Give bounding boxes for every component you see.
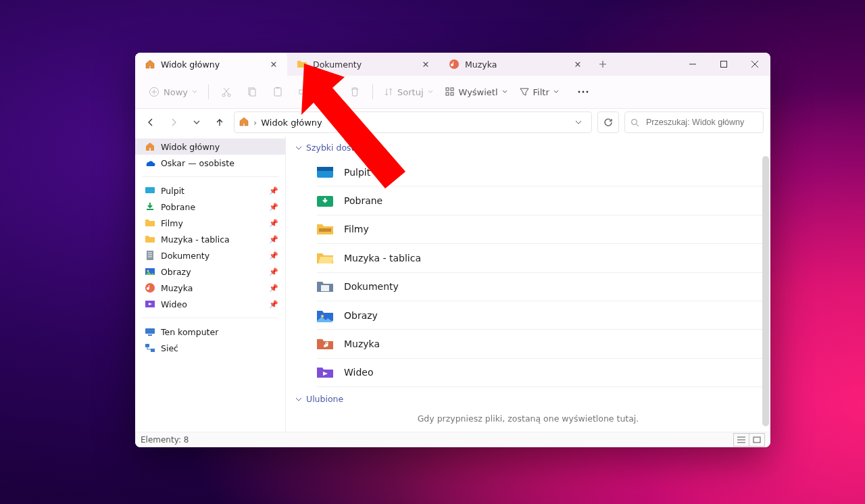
section-favorites[interactable]: Ulubione xyxy=(286,387,770,409)
address-dropdown-button[interactable] xyxy=(570,114,587,131)
pictures-icon xyxy=(317,309,333,322)
titlebar: Widok główny ✕ Dokumenty ✕ Muzyka ✕ xyxy=(135,53,770,76)
paste-button[interactable] xyxy=(266,82,290,101)
pin-icon: 📌 xyxy=(269,203,278,211)
sidebar-item-documents[interactable]: Dokumenty📌 xyxy=(135,247,285,263)
back-button[interactable] xyxy=(142,113,159,132)
svg-rect-6 xyxy=(250,89,255,96)
sidebar-item-onedrive[interactable]: Oskar — osobiste xyxy=(135,155,285,171)
list-item[interactable]: Pobrane xyxy=(317,186,770,215)
folder-icon xyxy=(145,218,155,228)
sidebar-item-muzyka-tablica[interactable]: Muzyka - tablica📌 xyxy=(135,231,285,247)
navigation-pane: Widok główny Oskar — osobiste Pulpit📌 Po… xyxy=(135,136,286,432)
svg-point-21 xyxy=(147,270,149,272)
svg-point-0 xyxy=(449,59,459,69)
more-button[interactable] xyxy=(571,86,595,97)
details-view-button[interactable] xyxy=(733,433,749,447)
view-button[interactable]: Wyświetl xyxy=(440,83,513,101)
cut-button[interactable] xyxy=(214,82,239,101)
list-item[interactable]: Obrazy xyxy=(317,301,770,330)
favorites-hint: Gdy przypniesz pliki, zostaną one wyświe… xyxy=(286,409,770,432)
tab-documents[interactable]: Dokumenty ✕ xyxy=(287,53,439,76)
list-item[interactable]: Muzyka xyxy=(317,330,770,358)
sidebar-item-music[interactable]: Muzyka📌 xyxy=(135,280,285,296)
close-icon[interactable]: ✕ xyxy=(268,58,280,70)
sidebar-item-label: Obrazy xyxy=(161,267,191,277)
maximize-button[interactable] xyxy=(708,53,739,76)
address-bar[interactable]: › Widok główny xyxy=(234,111,592,133)
toolbar: Nowy Sortuj Wyświetl Fil xyxy=(135,76,770,109)
share-button[interactable] xyxy=(317,82,341,101)
tab-label: Widok główny xyxy=(161,59,262,70)
svg-rect-10 xyxy=(446,88,449,91)
section-label: Szybki dostęp xyxy=(306,143,365,153)
sidebar-item-this-pc[interactable]: Ten komputer xyxy=(135,324,285,340)
pin-icon: 📌 xyxy=(269,300,278,309)
list-item[interactable]: Wideo xyxy=(317,359,770,387)
svg-rect-34 xyxy=(753,437,760,443)
sidebar-item-video[interactable]: Wideo📌 xyxy=(135,296,285,312)
video-icon xyxy=(145,299,155,309)
new-label: Nowy xyxy=(164,87,188,97)
rename-button[interactable] xyxy=(291,82,316,101)
document-icon xyxy=(145,250,155,261)
copy-button[interactable] xyxy=(240,82,264,101)
list-item[interactable]: Dokumenty xyxy=(317,273,770,301)
svg-rect-7 xyxy=(274,88,281,96)
folder-icon xyxy=(297,59,307,70)
tab-label: Muzyka xyxy=(465,59,566,70)
svg-rect-29 xyxy=(317,167,333,171)
list-item[interactable]: Filmy xyxy=(317,216,770,244)
scrollbar[interactable] xyxy=(762,156,769,426)
music-folder-icon xyxy=(317,337,333,351)
sidebar-item-desktop[interactable]: Pulpit📌 xyxy=(135,182,285,199)
item-label: Muzyka xyxy=(344,338,380,349)
search-box[interactable] xyxy=(624,111,764,133)
folder-icon xyxy=(145,234,155,245)
forward-button[interactable] xyxy=(165,113,182,132)
breadcrumb-home[interactable]: Widok główny xyxy=(261,118,322,128)
sidebar-item-pictures[interactable]: Obrazy📌 xyxy=(135,263,285,280)
downloads-icon xyxy=(317,194,333,207)
recent-locations-button[interactable] xyxy=(188,113,205,132)
sidebar-item-home[interactable]: Widok główny xyxy=(135,138,285,155)
section-quick-access[interactable]: Szybki dostęp xyxy=(286,136,770,158)
search-input[interactable] xyxy=(645,117,758,128)
close-icon[interactable]: ✕ xyxy=(572,58,584,70)
tab-music[interactable]: Muzyka ✕ xyxy=(439,53,591,76)
sidebar-item-label: Oskar — osobiste xyxy=(161,158,234,168)
sidebar-item-label: Muzyka xyxy=(161,283,193,293)
list-item[interactable]: Muzyka - tablica xyxy=(317,244,770,272)
svg-rect-13 xyxy=(451,93,453,95)
sort-button[interactable]: Sortuj xyxy=(378,83,439,101)
large-icons-view-button[interactable] xyxy=(749,433,765,447)
new-button[interactable]: Nowy xyxy=(143,82,203,101)
minimize-button[interactable] xyxy=(677,53,708,76)
pin-icon: 📌 xyxy=(269,219,278,228)
sidebar-item-network[interactable]: Sieć xyxy=(135,340,285,356)
up-button[interactable] xyxy=(211,113,228,132)
close-icon[interactable]: ✕ xyxy=(420,58,432,70)
svg-rect-32 xyxy=(321,285,329,291)
list-item[interactable]: Pulpit xyxy=(317,158,770,186)
filter-button[interactable]: Filtr xyxy=(514,83,564,101)
svg-rect-19 xyxy=(147,251,153,260)
close-window-button[interactable] xyxy=(739,53,770,76)
sidebar-item-downloads[interactable]: Pobrane📌 xyxy=(135,199,285,215)
item-label: Wideo xyxy=(344,367,374,378)
pin-icon: 📌 xyxy=(269,268,278,276)
chevron-down-icon xyxy=(428,89,433,95)
refresh-button[interactable] xyxy=(597,111,619,133)
sidebar-item-label: Ten komputer xyxy=(161,327,218,337)
view-label: Wyświetl xyxy=(459,87,498,97)
folder-open-icon xyxy=(317,251,333,265)
desktop-icon xyxy=(317,166,333,179)
window-controls xyxy=(677,53,770,76)
tab-home[interactable]: Widok główny ✕ xyxy=(135,53,287,76)
new-tab-button[interactable] xyxy=(591,53,614,76)
sidebar-item-filmy[interactable]: Filmy📌 xyxy=(135,215,285,231)
home-icon xyxy=(239,116,249,129)
delete-button[interactable] xyxy=(343,82,367,101)
svg-point-17 xyxy=(632,119,637,124)
chevron-right-icon[interactable]: › xyxy=(253,118,257,128)
